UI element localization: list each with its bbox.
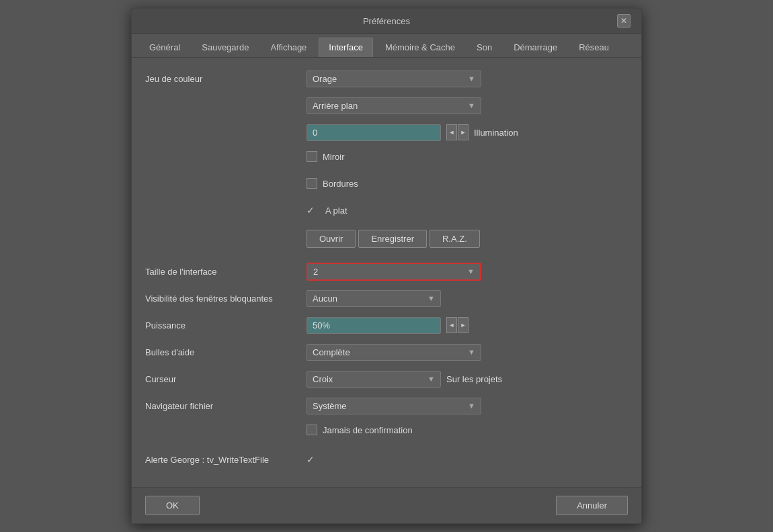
step-right-icon[interactable]: ► <box>458 317 469 333</box>
bordures-label: Bordures <box>323 179 358 189</box>
aplat-label: A plat <box>325 206 348 216</box>
visibilite-control: Aucun ▼ <box>307 290 441 307</box>
content-area: Jeu de couleur Orage ▼ Arrière plan ▼ <box>132 58 641 487</box>
curseur-label: Curseur <box>145 374 307 384</box>
chevron-down-icon: ▼ <box>468 75 475 83</box>
never-confirm-row: Jamais de confirmation <box>145 423 628 443</box>
bulles-value: Complète <box>313 347 350 357</box>
arriere-plan-value: Arrière plan <box>313 101 358 111</box>
jeu-de-couleur-dropdown[interactable]: Orage ▼ <box>307 71 481 87</box>
curseur-extra-label: Sur les projets <box>446 374 502 384</box>
step-left-icon[interactable]: ◄ <box>446 124 457 140</box>
bordures-checkbox-row: Bordures <box>307 178 358 189</box>
illumination-row: ◄ ► Illumination <box>145 122 628 142</box>
checkmark-icon: ✓ <box>307 205 320 216</box>
never-confirm-checkbox[interactable] <box>307 425 317 435</box>
puissance-input[interactable] <box>307 317 441 334</box>
bulles-control: Complète ▼ <box>307 344 481 361</box>
jeu-de-couleur-control: Orage ▼ <box>307 71 481 87</box>
bordures-row: Bordures <box>145 176 628 196</box>
illumination-control: ◄ ► Illumination <box>307 124 518 141</box>
chevron-down-icon: ▼ <box>428 294 435 302</box>
step-right-icon[interactable]: ► <box>458 124 469 140</box>
miroir-row: Miroir <box>145 149 628 169</box>
arriere-plan-dropdown[interactable]: Arrière plan ▼ <box>307 97 481 114</box>
enregistrer-button[interactable]: Enregistrer <box>358 230 427 248</box>
bordures-checkbox[interactable] <box>307 178 317 189</box>
theme-buttons-row: Ouvrir Enregistrer R.A.Z. <box>145 230 628 255</box>
visibilite-dropdown[interactable]: Aucun ▼ <box>307 290 441 307</box>
illumination-input[interactable] <box>307 124 441 141</box>
chevron-down-icon: ▼ <box>468 402 475 410</box>
ok-button[interactable]: OK <box>145 496 200 515</box>
bulles-dropdown[interactable]: Complète ▼ <box>307 344 481 361</box>
taille-interface-control: 2 ▼ <box>307 263 481 281</box>
puissance-row: Puissance ◄ ► <box>145 315 628 335</box>
puissance-steppers[interactable]: ◄ ► <box>446 317 469 333</box>
visibilite-value: Aucun <box>313 294 337 304</box>
tab-son[interactable]: Son <box>467 38 501 56</box>
aplat-checkbox-row: ✓ A plat <box>307 205 348 216</box>
miroir-label: Miroir <box>323 152 345 162</box>
chevron-down-icon: ▼ <box>468 348 475 356</box>
visibilite-label: Visibilité des fenêtres bloquantes <box>145 294 307 304</box>
never-confirm-checkbox-row: Jamais de confirmation <box>307 425 413 435</box>
curseur-row: Curseur Croix ▼ Sur les projets <box>145 369 628 389</box>
raz-button[interactable]: R.A.Z. <box>430 230 480 248</box>
tab-sauvegarde[interactable]: Sauvegarde <box>192 38 258 56</box>
taille-interface-label: Taille de l'interface <box>145 267 307 277</box>
theme-buttons: Ouvrir Enregistrer R.A.Z. <box>307 230 480 248</box>
tab-demarrage[interactable]: Démarrage <box>504 38 567 56</box>
curseur-dropdown[interactable]: Croix ▼ <box>307 371 441 388</box>
dialog-title: Préférences <box>156 16 617 26</box>
taille-interface-value: 2 <box>313 267 318 277</box>
tabs-bar: Général Sauvegarde Affichage Interface M… <box>132 34 641 58</box>
footer: OK Annuler <box>132 487 641 523</box>
curseur-value: Croix <box>313 374 333 384</box>
alerte-george-control: ✓ <box>307 454 320 465</box>
tab-general[interactable]: Général <box>140 38 190 56</box>
tab-interface[interactable]: Interface <box>319 38 373 57</box>
taille-interface-dropdown[interactable]: 2 ▼ <box>307 263 481 281</box>
chevron-down-icon: ▼ <box>468 101 475 109</box>
arriere-plan-control: Arrière plan ▼ <box>307 97 481 114</box>
ouvrir-button[interactable]: Ouvrir <box>307 230 356 248</box>
visibilite-row: Visibilité des fenêtres bloquantes Aucun… <box>145 288 628 308</box>
taille-interface-row: Taille de l'interface 2 ▼ <box>145 261 628 281</box>
navigateur-label: Navigateur fichier <box>145 401 307 411</box>
puissance-control: ◄ ► <box>307 317 469 334</box>
bulles-row: Bulles d'aide Complète ▼ <box>145 342 628 362</box>
navigateur-dropdown[interactable]: Système ▼ <box>307 398 481 414</box>
title-bar: Préférences ✕ <box>132 9 641 34</box>
navigateur-control: Système ▼ <box>307 398 481 414</box>
step-left-icon[interactable]: ◄ <box>446 317 457 333</box>
never-confirm-label: Jamais de confirmation <box>323 425 413 435</box>
aplat-row: ✓ A plat <box>145 203 628 223</box>
jeu-de-couleur-value: Orage <box>313 74 337 84</box>
alerte-george-row: Alerte George : tv_WriteTextFile ✓ <box>145 449 628 470</box>
tab-affichage[interactable]: Affichage <box>261 38 316 56</box>
curseur-control: Croix ▼ Sur les projets <box>307 371 502 388</box>
cancel-button[interactable]: Annuler <box>556 496 628 515</box>
close-button[interactable]: ✕ <box>617 14 630 28</box>
navigateur-row: Navigateur fichier Système ▼ <box>145 396 628 416</box>
jeu-de-couleur-label: Jeu de couleur <box>145 74 307 84</box>
miroir-checkbox[interactable] <box>307 151 317 162</box>
miroir-checkbox-row: Miroir <box>307 151 345 162</box>
arriere-plan-row: Arrière plan ▼ <box>145 95 628 116</box>
jeu-de-couleur-row: Jeu de couleur Orage ▼ <box>145 69 628 89</box>
preferences-dialog: Préférences ✕ Général Sauvegarde Afficha… <box>131 8 642 524</box>
bulles-label: Bulles d'aide <box>145 347 307 357</box>
navigateur-value: Système <box>313 401 347 411</box>
illumination-label: Illumination <box>474 128 518 138</box>
tab-reseau[interactable]: Réseau <box>569 38 618 56</box>
illumination-steppers[interactable]: ◄ ► <box>446 124 469 140</box>
chevron-down-icon: ▼ <box>428 375 435 383</box>
alerte-george-checkmark-icon: ✓ <box>307 454 320 465</box>
tab-memoire[interactable]: Mémoire & Cache <box>376 38 464 56</box>
chevron-down-icon: ▼ <box>467 267 475 275</box>
alerte-george-label: Alerte George : tv_WriteTextFile <box>145 455 307 465</box>
puissance-label: Puissance <box>145 320 307 330</box>
